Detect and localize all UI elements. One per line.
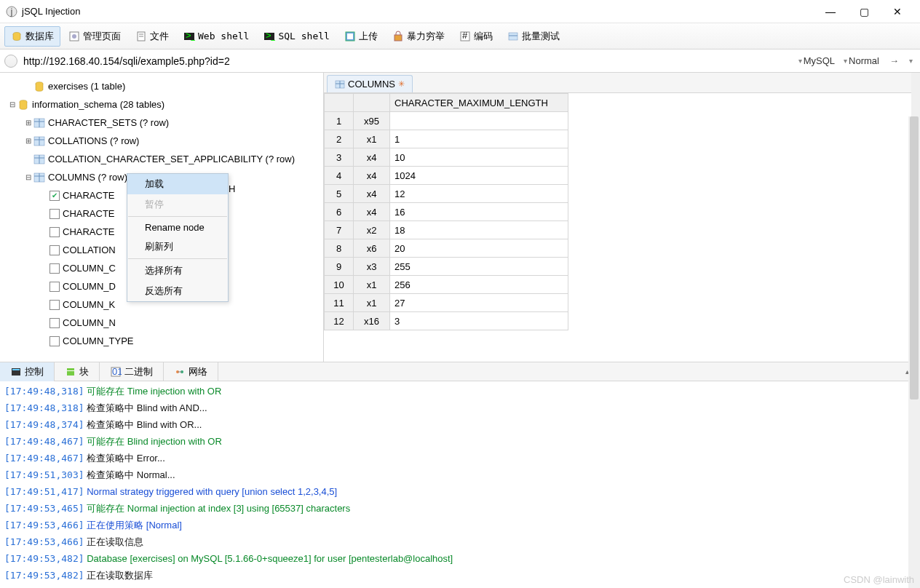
cell-occur: x6 — [354, 239, 390, 258]
toolbar-btn-0[interactable]: 数据库 — [4, 26, 60, 47]
watermark: CSDN @lainwith — [844, 574, 914, 585]
tree-row-2[interactable]: ⊞CHARACTER_SETS (? row) — [3, 114, 320, 132]
menu-item-7[interactable]: 反选所有 — [127, 281, 228, 301]
cell-value: 10 — [390, 148, 568, 167]
table-row[interactable]: 1x95 — [325, 112, 568, 130]
toolbar-icon-1 — [68, 31, 80, 42]
bottom-tab-2[interactable]: 01二进制 — [100, 362, 164, 381]
tree-toggler[interactable]: ⊞ — [23, 119, 33, 127]
cell-occur: x4 — [354, 185, 390, 203]
tree-row-14[interactable]: COLUMN_TYPE — [3, 332, 320, 350]
log-line-10: [17:49:53,482] Database [exercises] on M… — [4, 550, 916, 567]
tree-label: COLUMNS (? row) — [48, 172, 127, 183]
toolbar-btn-3[interactable]: >_Web shell — [177, 27, 255, 46]
row-number: 12 — [325, 312, 354, 330]
menu-item-4[interactable]: 刷新列 — [127, 237, 228, 257]
table-row[interactable]: 3x410 — [325, 148, 568, 167]
window-title: jSQL Injection — [22, 6, 814, 17]
minimize-button[interactable]: — — [814, 0, 847, 23]
bottom-tab-3[interactable]: 网络 — [164, 362, 218, 381]
row-number: 3 — [325, 148, 354, 167]
tree-row-3[interactable]: ⊞COLLATIONS (? row) — [3, 132, 320, 150]
log-panel[interactable]: [17:49:48,318] 可能存在 Time injection with … — [0, 381, 920, 587]
checkbox-icon[interactable] — [49, 191, 60, 201]
tree-row-1[interactable]: ⊟information_schema (28 tables) — [3, 95, 320, 114]
log-line-9: [17:49:53,466] 正在读取信息 — [4, 533, 916, 550]
cell-occur: x4 — [354, 167, 390, 185]
toolbar-btn-1[interactable]: 管理页面 — [62, 26, 127, 47]
log-line-2: [17:49:48,374] 检查策略中 Blind with OR... — [4, 416, 916, 433]
cell-occur: x16 — [354, 312, 390, 330]
svg-text:j: j — [10, 6, 13, 17]
table-row[interactable]: 2x11 — [325, 130, 568, 148]
app-icon: j — [6, 6, 17, 17]
strategy-combo[interactable]: ▾ Normal — [841, 54, 882, 68]
table-row[interactable]: 9x3255 — [325, 258, 568, 276]
toolbar-btn-5[interactable]: 上传 — [338, 26, 384, 47]
grid-col-occur[interactable] — [354, 94, 390, 112]
toolbar-btn-2[interactable]: 文件 — [129, 26, 175, 47]
toolbar-btn-7[interactable]: #编码 — [453, 26, 499, 47]
table-row[interactable]: 5x412 — [325, 185, 568, 203]
svg-point-4 — [72, 34, 76, 39]
grid-col-header[interactable]: CHARACTER_MAXIMUM_LENGTH — [390, 94, 568, 112]
tree-toggler[interactable]: ⊟ — [23, 173, 33, 181]
cell-value: 255 — [390, 258, 568, 276]
data-tab-columns[interactable]: COLUMNS ✳ — [327, 75, 413, 92]
checkbox-icon[interactable] — [49, 209, 60, 219]
url-input[interactable] — [20, 52, 793, 70]
cell-occur: x95 — [354, 112, 390, 130]
tree-row-13[interactable]: COLUMN_N — [3, 314, 320, 332]
checkbox-icon[interactable] — [49, 263, 60, 274]
data-grid[interactable]: CHARACTER_MAXIMUM_LENGTH1x952x113x4104x4… — [324, 93, 911, 362]
bottom-tab-0[interactable]: 控制 — [0, 362, 55, 381]
table-row[interactable]: 7x218 — [325, 221, 568, 239]
menu-item-0[interactable]: 加载 — [127, 174, 228, 194]
row-number: 4 — [325, 167, 354, 185]
svg-rect-37 — [12, 369, 20, 370]
bottom-tab-1[interactable]: 块 — [55, 362, 100, 381]
toolbar-btn-6[interactable]: 暴力穷举 — [386, 26, 451, 47]
checkbox-icon[interactable] — [49, 336, 60, 346]
menu-item-6[interactable]: 选择所有 — [127, 261, 228, 281]
checkbox-icon[interactable] — [49, 318, 60, 328]
cell-occur: x1 — [354, 294, 390, 312]
checkbox-icon[interactable] — [49, 245, 60, 255]
tree-toggler[interactable]: ⊞ — [23, 137, 33, 145]
menu-item-1: 暂停 — [127, 194, 228, 215]
table-row[interactable]: 12x163 — [325, 312, 568, 330]
row-number: 7 — [325, 221, 354, 239]
table-icon — [335, 79, 345, 90]
tree-label: CHARACTE — [63, 226, 115, 237]
db-type-combo[interactable]: ▾ MySQL — [796, 54, 838, 68]
database-icon — [17, 99, 29, 111]
table-row[interactable]: 4x41024 — [325, 167, 568, 185]
cell-value: 1024 — [390, 167, 568, 185]
close-button[interactable]: ✕ — [881, 0, 914, 23]
tree-toggler[interactable]: ⊟ — [7, 100, 17, 108]
table-row[interactable]: 11x127 — [325, 294, 568, 312]
go-menu[interactable]: ▾ — [906, 55, 916, 66]
table-row[interactable]: 6x416 — [325, 203, 568, 221]
cell-value: 20 — [390, 239, 568, 258]
context-menu: 加载暂停Rename node刷新列选择所有反选所有 — [127, 173, 229, 302]
checkbox-icon[interactable] — [49, 300, 60, 310]
maximize-button[interactable]: ▢ — [847, 0, 881, 23]
close-tab-icon[interactable]: ✳ — [398, 79, 405, 89]
log-line-4: [17:49:48,467] 检查策略中 Error... — [4, 450, 916, 466]
table-row[interactable]: 8x620 — [325, 239, 568, 258]
toolbar-btn-8[interactable]: 批量测试 — [501, 26, 566, 47]
checkbox-icon[interactable] — [49, 282, 60, 292]
log-line-6: [17:49:51,417] Normal strategy triggered… — [4, 483, 916, 500]
toolbar-btn-4[interactable]: >_SQL shell — [257, 27, 336, 46]
table-icon — [33, 154, 45, 165]
svg-text:>_: >_ — [266, 31, 275, 41]
table-row[interactable]: 10x1256 — [325, 276, 568, 294]
row-number: 9 — [325, 258, 354, 276]
go-button[interactable]: → — [885, 55, 903, 66]
tree-row-4[interactable]: COLLATION_CHARACTER_SET_APPLICABILITY (?… — [3, 150, 320, 168]
bottom-tab-icon-0 — [10, 366, 22, 378]
menu-item-3[interactable]: Rename node — [127, 218, 228, 237]
tree-row-0[interactable]: exercises (1 table) — [3, 77, 320, 95]
checkbox-icon[interactable] — [49, 227, 60, 237]
